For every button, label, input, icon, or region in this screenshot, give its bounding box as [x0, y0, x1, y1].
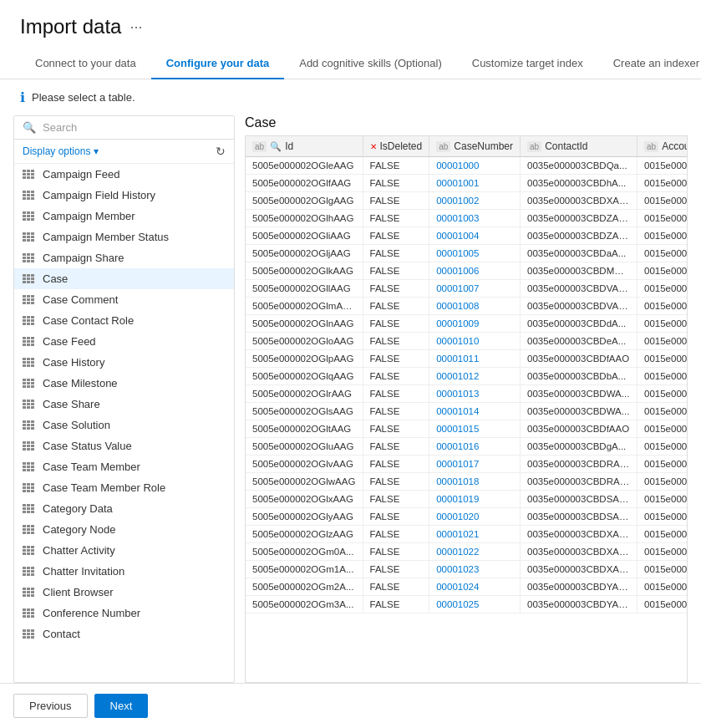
nav-tab-2[interactable]: Add cognitive skills (Optional): [284, 48, 457, 79]
list-item[interactable]: Case Comment: [14, 289, 234, 310]
table-cell: 00001022: [429, 543, 521, 561]
table-row[interactable]: 5005e000002OGm1A...FALSE000010230035e000…: [246, 561, 688, 578]
list-item[interactable]: Campaign Field History: [14, 185, 234, 206]
table-row[interactable]: 5005e000002OGllAAGFALSE000010070035e0000…: [246, 280, 688, 298]
list-item[interactable]: Client Browser: [14, 582, 234, 603]
list-item[interactable]: Campaign Member: [14, 206, 234, 227]
col-contactid[interactable]: ab ContactId: [521, 136, 638, 157]
col-id[interactable]: ab 🔍 Id: [246, 136, 363, 157]
table-row[interactable]: 5005e000002OGlfAAGFALSE000010010035e0000…: [246, 175, 688, 192]
table-row[interactable]: 5005e000002OGm0A...FALSE000010220035e000…: [246, 543, 688, 561]
table-cell: 0015e000004uFMVAA2: [638, 420, 688, 438]
table-row[interactable]: 5005e000002OGlgAAGFALSE000010020035e0000…: [246, 192, 688, 210]
list-container: Campaign FeedCampaign Field HistoryCampa…: [14, 164, 234, 682]
list-item[interactable]: Campaign Member Status: [14, 227, 234, 247]
col-isdeleted[interactable]: ✕ IsDeleted: [363, 136, 429, 157]
list-item[interactable]: Case Contact Role: [14, 310, 234, 331]
table-row[interactable]: 5005e000002OGlpAAGFALSE000010110035e0000…: [246, 350, 688, 368]
table-cell: 0015e000004uFMMA...: [638, 157, 688, 175]
list-item-label: Case Status Value: [43, 440, 226, 452]
list-item[interactable]: Case Status Value: [14, 435, 234, 456]
previous-button[interactable]: Previous: [13, 694, 88, 718]
list-item[interactable]: Chatter Invitation: [14, 561, 234, 582]
table-cell: FALSE: [363, 473, 429, 491]
list-item-label: Category Node: [43, 523, 226, 536]
table-cell: 0035e000003CBDYAA4: [521, 578, 638, 596]
footer: Previous Next: [0, 683, 701, 728]
list-item[interactable]: Case Feed: [14, 331, 234, 352]
table-cell: 00001009: [429, 315, 521, 333]
more-options-icon[interactable]: ···: [130, 18, 142, 36]
nav-tab-0[interactable]: Connect to your data: [20, 48, 151, 79]
table-row[interactable]: 5005e000002OGlqAAGFALSE000010120035e0000…: [246, 368, 688, 385]
table-icon: [23, 567, 36, 577]
nav-tab-4[interactable]: Create an indexer: [598, 48, 701, 79]
list-item[interactable]: Conference Number: [14, 603, 234, 624]
table-cell: 00001024: [429, 578, 521, 596]
table-row[interactable]: 5005e000002OGlyAAGFALSE000010200035e0000…: [246, 508, 688, 526]
list-item[interactable]: Case Share: [14, 394, 234, 415]
search-input[interactable]: [43, 121, 226, 134]
list-item[interactable]: Case: [14, 268, 234, 289]
table-cell: 0035e000003CBDRAA4: [521, 456, 638, 473]
table-row[interactable]: 5005e000002OGm3A...FALSE000010250035e000…: [246, 596, 688, 613]
table-row[interactable]: 5005e000002OGlwAAGFALSE000010180035e0000…: [246, 473, 688, 491]
table-cell: 00001018: [429, 473, 521, 491]
list-item-label: Contact: [43, 628, 226, 640]
table-cell: FALSE: [363, 175, 429, 192]
table-cell: 00001021: [429, 526, 521, 543]
table-cell: 0015e000004uFMSAA2: [638, 245, 688, 262]
table-row[interactable]: 5005e000002OGliAAGFALSE000010040035e0000…: [246, 227, 688, 245]
table-row[interactable]: 5005e000002OGlhAAGFALSE000010030035e0000…: [246, 210, 688, 227]
list-item-label: Campaign Member Status: [43, 231, 226, 243]
display-options-button[interactable]: Display options ▾: [23, 145, 99, 157]
table-row[interactable]: 5005e000002OGm2A...FALSE000010240035e000…: [246, 578, 688, 596]
nav-tab-1[interactable]: Configure your data: [151, 48, 285, 79]
list-item-label: Chatter Activity: [43, 544, 226, 557]
table-cell: 5005e000002OGm0A...: [246, 543, 363, 561]
list-item[interactable]: Category Data: [14, 498, 234, 519]
list-item[interactable]: Contact: [14, 624, 234, 644]
table-cell: 0015e000004uFMNA...: [638, 491, 688, 508]
table-row[interactable]: 5005e000002OGlxAAGFALSE000010190035e0000…: [246, 491, 688, 508]
table-row[interactable]: 5005e000002OGlsAAGFALSE000010140035e0000…: [246, 403, 688, 420]
table-row[interactable]: 5005e000002OGlmAAGFALSE000010080035e0000…: [246, 298, 688, 315]
table-cell: 5005e000002OGltAAG: [246, 420, 363, 438]
data-table-wrapper[interactable]: ab 🔍 Id ✕ IsDeleted: [245, 135, 688, 683]
table-cell: 00001011: [429, 350, 521, 368]
table-row[interactable]: 5005e000002OGlnAAGFALSE000010090035e0000…: [246, 315, 688, 333]
table-cell: 0035e000003CBDMWA...: [521, 262, 638, 280]
table-row[interactable]: 5005e000002OGlrAAGFALSE000010130035e0000…: [246, 385, 688, 403]
table-title: Case: [245, 115, 688, 130]
table-row[interactable]: 5005e000002OGloAAGFALSE000010100035e0000…: [246, 333, 688, 350]
list-item[interactable]: Category Node: [14, 519, 234, 540]
col-accountid[interactable]: ab AccountId: [638, 136, 688, 157]
list-item[interactable]: Case Solution: [14, 415, 234, 435]
table-cell: 0015e000004uFMMA...: [638, 456, 688, 473]
list-item[interactable]: Case Team Member Role: [14, 477, 234, 498]
table-cell: 0035e000003CBDaA...: [521, 245, 638, 262]
table-row[interactable]: 5005e000002OGluAAGFALSE000010160035e0000…: [246, 438, 688, 456]
table-cell: 0035e000003CBDSAA4: [521, 508, 638, 526]
table-row[interactable]: 5005e000002OGltAAGFALSE000010150035e0000…: [246, 420, 688, 438]
info-icon: ℹ: [20, 89, 25, 105]
list-item[interactable]: Campaign Feed: [14, 164, 234, 185]
nav-tab-3[interactable]: Customize target index: [457, 48, 598, 79]
next-button[interactable]: Next: [94, 694, 149, 718]
table-row[interactable]: 5005e000002OGlvAAGFALSE000010170035e0000…: [246, 456, 688, 473]
list-item[interactable]: Campaign Share: [14, 247, 234, 268]
col-casenumber[interactable]: ab CaseNumber: [429, 136, 521, 157]
table-row[interactable]: 5005e000002OGleAAGFALSE000010000035e0000…: [246, 157, 688, 175]
table-row[interactable]: 5005e000002OGljAAGFALSE000010050035e0000…: [246, 245, 688, 262]
refresh-icon[interactable]: ↻: [216, 145, 226, 158]
table-cell: 0035e000003CBDdA...: [521, 315, 638, 333]
table-cell: FALSE: [363, 368, 429, 385]
table-row[interactable]: 5005e000002OGlkAAGFALSE000010060035e0000…: [246, 262, 688, 280]
list-item[interactable]: Case History: [14, 352, 234, 373]
list-item[interactable]: Chatter Activity: [14, 540, 234, 561]
list-item[interactable]: Case Milestone: [14, 373, 234, 394]
list-item-label: Case Feed: [43, 335, 226, 348]
table-cell: 5005e000002OGlzAAG: [246, 526, 363, 543]
list-item[interactable]: Case Team Member: [14, 456, 234, 477]
table-row[interactable]: 5005e000002OGlzAAGFALSE000010210035e0000…: [246, 526, 688, 543]
